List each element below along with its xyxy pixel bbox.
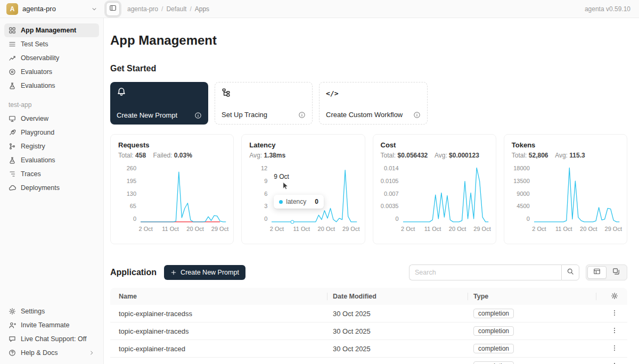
row-menu-button[interactable] — [602, 344, 627, 353]
sidebar-item-test-sets[interactable]: Test Sets — [4, 37, 99, 51]
stat-label: Total: — [118, 152, 134, 159]
sidebar-item-help-docs[interactable]: Help & Docs — [4, 346, 99, 360]
table-row[interactable]: career-assessment 27 Oct 2025 completion — [110, 358, 627, 364]
stat-value: $0.056432 — [398, 152, 428, 159]
get-started-heading: Get Started — [110, 64, 627, 73]
table-row[interactable]: topic-explainer-tracedss 30 Oct 2025 com… — [110, 305, 627, 322]
table-settings-button[interactable] — [602, 292, 627, 301]
metric-stats: Avg: 1.38ms — [249, 152, 357, 159]
app-name: topic-explainer-tracedss — [110, 310, 333, 318]
table-view-button[interactable] — [587, 266, 607, 279]
card-view-button[interactable] — [607, 266, 626, 279]
x-axis: 2 Oct 11 Oct 20 Oct 29 Oct — [141, 226, 226, 233]
create-custom-workflow-card[interactable]: </> Create Custom Workflow — [319, 82, 428, 125]
workspace-name: agenta-pro — [22, 5, 87, 13]
breadcrumb-item[interactable]: agenta-pro — [127, 5, 158, 13]
application-header: Application Create New Prompt — [110, 264, 627, 280]
row-menu-button[interactable] — [602, 327, 627, 336]
card-view-icon — [612, 268, 620, 277]
question-icon — [9, 349, 16, 357]
set-up-tracing-card[interactable]: Set Up Tracing — [215, 82, 313, 125]
table-row[interactable]: topic-explainer-traced 30 Oct 2025 compl… — [110, 340, 627, 358]
create-new-prompt-card[interactable]: Create New Prompt — [110, 82, 208, 125]
sidebar-item-label: Invite Teammate — [21, 321, 69, 329]
metric-stats: Total: $0.056432 Avg: $0.000123 — [381, 152, 488, 159]
sidebar-item-observability[interactable]: Observability — [4, 51, 99, 65]
tick-label: 0.0105 — [381, 178, 399, 184]
tick-label: 0 — [264, 216, 267, 222]
table-row[interactable]: topic-explainer-traceds 30 Oct 2025 comp… — [110, 322, 627, 340]
cost-metric-card: Cost Total: $0.056432 Avg: $0.000123 0.0… — [373, 134, 496, 244]
rocket-icon — [9, 129, 16, 136]
sidebar-item-registry[interactable]: Registry — [4, 139, 99, 153]
sidebar-item-live-chat-support[interactable]: Live Chat Support: Off — [4, 332, 99, 346]
search-input[interactable] — [409, 264, 561, 280]
info-icon[interactable] — [413, 111, 421, 119]
workspace-selector[interactable]: A agenta-pro — [0, 3, 104, 15]
x-axis: 2 Oct 11 Oct 20 Oct 29 Oct — [403, 226, 488, 233]
sidebar-item-app-management[interactable]: App Management — [4, 23, 99, 37]
y-axis: 18000 13500 9000 4500 0 — [512, 166, 530, 223]
kebab-icon — [611, 327, 618, 336]
metric-stats: Total: 458 Failed: 0.03% — [118, 152, 226, 159]
sidebar-item-app-evaluations[interactable]: Evaluations — [4, 153, 99, 167]
type-badge: completion — [473, 326, 514, 336]
tick-label: 4500 — [517, 203, 529, 209]
sidebar-collapse-button[interactable] — [106, 2, 120, 16]
metrics-row: Requests Total: 458 Failed: 0.03% 260 19… — [110, 134, 627, 244]
target-icon — [9, 68, 16, 76]
info-icon[interactable] — [298, 111, 306, 119]
breadcrumb-item[interactable]: Default — [166, 5, 186, 13]
sidebar-item-traces[interactable]: Traces — [4, 167, 99, 181]
tick-label: 20 Oct — [580, 226, 597, 232]
applications-table: Name Date Modified Type topic-explainer-… — [110, 288, 627, 364]
search-button[interactable] — [561, 264, 579, 280]
sidebar-item-deployments[interactable]: Deployments — [4, 181, 99, 195]
column-header-date-modified[interactable]: Date Modified — [333, 293, 473, 300]
kebab-icon — [611, 344, 618, 353]
column-header-name[interactable]: Name — [110, 293, 333, 300]
sidebar-item-evaluators[interactable]: Evaluators — [4, 65, 99, 79]
app-name: career-assessment — [110, 362, 333, 364]
cost-chart[interactable] — [403, 166, 488, 223]
breadcrumb-item-current[interactable]: Apps — [195, 5, 209, 13]
page-title: App Management — [110, 33, 627, 48]
sidebar-item-evaluations[interactable]: Evaluations — [4, 79, 99, 93]
tick-label: 0.014 — [384, 166, 399, 171]
metric-title: Requests — [118, 141, 226, 149]
tick-label: 195 — [127, 178, 136, 184]
flask-icon — [9, 82, 16, 89]
sidebar-item-label: Live Chat Support: Off — [21, 335, 86, 343]
sidebar-item-playground[interactable]: Playground — [4, 126, 99, 139]
info-icon[interactable] — [194, 112, 202, 119]
create-new-prompt-button[interactable]: Create New Prompt — [164, 265, 245, 280]
sidebar-item-label: Traces — [21, 170, 41, 178]
app-name: topic-explainer-traced — [110, 345, 333, 353]
row-menu-button[interactable] — [602, 309, 627, 318]
sidebar-item-label: Deployments — [21, 184, 60, 192]
tick-label: 65 — [130, 203, 136, 209]
tick-label: 2 Oct — [532, 226, 546, 232]
sidebar-item-label: Evaluations — [21, 156, 55, 164]
sidebar-item-overview[interactable]: Overview — [4, 112, 99, 126]
sidebar-item-label: Overview — [21, 115, 48, 122]
sidebar-item-invite-teammate[interactable]: Invite Teammate — [4, 318, 99, 332]
tick-label: 20 Oct — [449, 226, 466, 232]
sidebar-item-label: Help & Docs — [21, 349, 58, 357]
tick-label: 3 — [264, 203, 267, 209]
row-menu-button[interactable] — [602, 362, 627, 364]
requests-metric-card: Requests Total: 458 Failed: 0.03% 260 19… — [110, 134, 234, 244]
sidebar-item-settings[interactable]: Settings — [4, 304, 99, 318]
column-header-type[interactable]: Type — [473, 293, 602, 300]
tokens-chart[interactable] — [534, 166, 619, 223]
type-badge: completion — [473, 361, 514, 364]
type-badge: completion — [473, 344, 514, 353]
app-date-modified: 30 Oct 2025 — [333, 327, 473, 335]
tick-label: 12 — [261, 166, 267, 171]
latency-chart[interactable] — [272, 166, 357, 223]
y-axis: 260 195 130 65 0 — [118, 166, 136, 223]
chart-hover-dot — [290, 220, 294, 224]
onboarding-card-label: Create New Prompt — [117, 111, 177, 119]
requests-chart[interactable] — [141, 166, 226, 223]
view-toggle — [586, 264, 627, 280]
